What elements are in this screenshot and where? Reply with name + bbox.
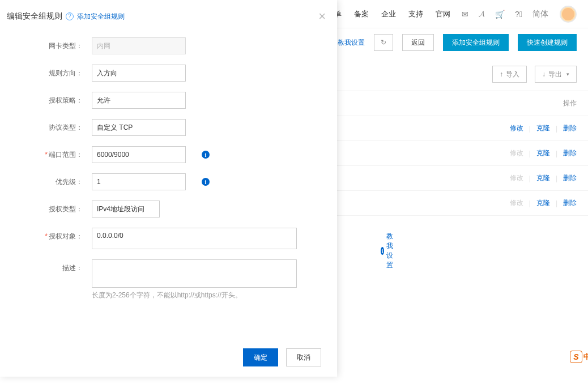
cell-operations: 修改|克隆|删除	[475, 123, 577, 133]
priority-input[interactable]	[92, 173, 186, 190]
label-port: *端口范围：	[11, 146, 92, 163]
auth-type-select[interactable]: IPv4地址段访问	[92, 201, 160, 218]
clone-link[interactable]: 克隆	[536, 123, 550, 133]
teach-me-link[interactable]: 教我设置	[338, 38, 365, 48]
description-help-text: 长度为2-256个字符，不能以http://或https://开头。	[92, 291, 242, 300]
add-rule-button[interactable]: 添加安全组规则	[443, 34, 509, 51]
ime-badge-icon: S	[570, 351, 582, 363]
label-desc: 描述：	[11, 259, 92, 276]
lang-switch[interactable]: 简体	[532, 9, 548, 19]
modal-add-rule-link[interactable]: 添加安全组规则	[77, 12, 125, 22]
label-auth-type: 授权类型：	[11, 201, 92, 218]
header-icons: ✉ 𝓐 🛒 ?⃝ 简体	[462, 9, 548, 19]
edit-link[interactable]: 修改	[510, 123, 523, 133]
delete-link[interactable]: 删除	[563, 198, 577, 208]
ok-button[interactable]: 确定	[243, 348, 278, 366]
col-operations: 操作	[475, 99, 577, 108]
modal-header: 编辑安全组规则 ? 添加安全组规则 ×	[0, 0, 337, 23]
ime-badge-text: 中	[583, 352, 588, 362]
clone-link[interactable]: 克隆	[536, 198, 550, 208]
cell-operations: 修改|克隆|删除	[475, 198, 577, 208]
edit-rule-modal: 编辑安全组规则 ? 添加安全组规则 × 网卡类型： 内网 规则方向： 入方向 授…	[0, 0, 337, 377]
nav-site[interactable]: 官网	[436, 9, 450, 19]
auth-object-input[interactable]: 0.0.0.0/0	[92, 228, 297, 249]
delete-link[interactable]: 删除	[563, 173, 577, 183]
info-icon[interactable]: i	[202, 178, 210, 186]
label-auth-obj: *授权对象：	[11, 228, 92, 245]
help-icon[interactable]: ?⃝	[515, 10, 522, 19]
protocol-select[interactable]: 自定义 TCP	[92, 119, 186, 136]
clone-link[interactable]: 克隆	[536, 173, 550, 183]
modal-body: 网卡类型： 内网 规则方向： 入方向 授权策略： 允许	[0, 23, 337, 319]
avatar[interactable]	[560, 6, 577, 23]
refresh-button[interactable]: ↻	[374, 34, 393, 51]
edit-link: 修改	[510, 148, 523, 158]
export-button[interactable]: 导出 ▾	[535, 66, 577, 83]
label-priority: 优先级：	[11, 173, 92, 190]
upload-icon	[500, 66, 503, 82]
info-icon[interactable]: i	[202, 151, 210, 159]
modal-title: 编辑安全组规则 ? 添加安全组规则	[7, 11, 125, 22]
edit-link: 修改	[510, 198, 523, 208]
nic-select: 内网	[92, 37, 186, 54]
clone-link[interactable]: 克隆	[536, 148, 550, 158]
delete-link[interactable]: 删除	[563, 123, 577, 133]
port-range-input[interactable]	[92, 146, 186, 163]
description-input[interactable]	[92, 259, 297, 288]
nav-enterprise[interactable]: 企业	[381, 9, 396, 19]
nav-icp[interactable]: 备案	[354, 9, 369, 19]
close-icon[interactable]: ×	[318, 10, 326, 23]
policy-select[interactable]: 允许	[92, 92, 186, 109]
bell-icon[interactable]: 𝓐	[479, 9, 485, 19]
cell-operations: 修改|克隆|删除	[475, 173, 577, 183]
label-nic: 网卡类型：	[11, 37, 92, 54]
label-protocol: 协议类型：	[11, 119, 92, 136]
chevron-down-icon: ▾	[566, 66, 569, 82]
cancel-button[interactable]: 取消	[286, 348, 321, 366]
nav-support[interactable]: 支持	[408, 9, 423, 19]
cell-operations: 修改|克隆|删除	[475, 148, 577, 158]
label-policy: 授权策略：	[11, 92, 92, 109]
download-icon	[542, 66, 546, 82]
delete-link[interactable]: 删除	[563, 148, 577, 158]
ime-badge: S 中	[570, 351, 588, 363]
cart-icon[interactable]: 🛒	[495, 10, 505, 19]
message-icon[interactable]: ✉	[462, 10, 468, 19]
question-icon[interactable]: ?	[66, 12, 74, 20]
direction-select[interactable]: 入方向	[92, 65, 186, 82]
label-direction: 规则方向：	[11, 65, 92, 82]
edit-link: 修改	[510, 173, 523, 183]
modal-footer: 确定 取消	[0, 338, 337, 377]
back-button[interactable]: 返回	[402, 34, 434, 51]
quick-create-button[interactable]: 快速创建规则	[518, 34, 577, 51]
teach-me-link-modal[interactable]: i 教我设置	[381, 232, 398, 270]
import-button[interactable]: 导入	[492, 66, 527, 83]
info-icon: i	[381, 247, 384, 255]
refresh-icon: ↻	[381, 39, 386, 46]
